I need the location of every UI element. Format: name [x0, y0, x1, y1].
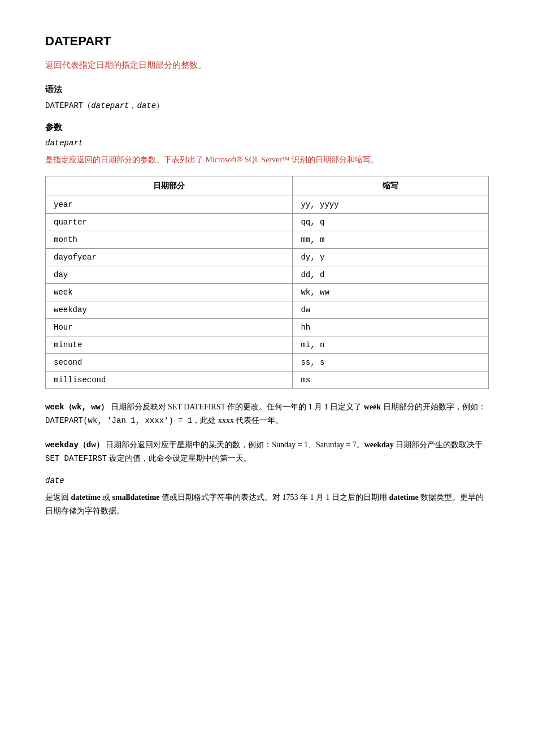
param2-name: date	[45, 476, 489, 485]
table-cell-abbr: wk, ww	[293, 283, 489, 301]
table-cell-abbr: qq, q	[293, 213, 489, 231]
table-row: yearyy, yyyy	[46, 196, 489, 213]
syntax-heading: 语法	[45, 84, 489, 95]
note2-text2: 日期部分产生的数取决于	[394, 440, 483, 449]
datetime-keyword2: datetime	[389, 493, 419, 502]
table-row: monthmm, m	[46, 231, 489, 248]
note1-text2: 日期部分的开始数字，例如：	[381, 403, 486, 411]
note2-keyword2: weekday	[364, 440, 394, 449]
note1-text3: ，此处 xxxx 代表任一年。	[192, 416, 283, 425]
table-cell-part: year	[46, 196, 293, 213]
params-heading: 参数	[45, 122, 489, 133]
note-weekday: weekday（dw） 日期部分返回对应于星期中的某天的数，例如：Sunday …	[45, 438, 489, 466]
param2-description: 是返回 datetime 或 smalldatetime 值或日期格式字符串的表…	[45, 491, 489, 519]
note-week: week（wk, ww） 日期部分反映对 SET DATEFIRST 作的更改。…	[45, 400, 489, 428]
table-cell-part: week	[46, 283, 293, 301]
page-title: DATEPART	[45, 34, 489, 49]
note1-code: DATEPART(wk, 'Jan 1, xxxx') = 1	[45, 416, 192, 425]
table-col1-header: 日期部分	[46, 176, 293, 196]
table-cell-abbr: mi, n	[293, 336, 489, 353]
table-cell-abbr: dy, y	[293, 248, 489, 266]
table-cell-part: minute	[46, 336, 293, 353]
table-col2-header: 缩写	[293, 176, 489, 196]
table-cell-part: month	[46, 231, 293, 248]
syntax-text: DATEPART（	[45, 101, 91, 110]
param1-name: datepart	[45, 139, 489, 148]
datetime-keyword: datetime	[71, 493, 101, 502]
note1-keyword2: week	[364, 403, 381, 411]
table-cell-abbr: dw	[293, 301, 489, 318]
table-cell-part: dayofyear	[46, 248, 293, 266]
syntax-comma: ，	[129, 101, 137, 110]
table-cell-abbr: hh	[293, 318, 489, 336]
syntax-line: DATEPART（datepart，date）	[45, 101, 489, 111]
note1-keyword: week（wk, ww）	[45, 403, 108, 412]
table-row: Hourhh	[46, 318, 489, 336]
syntax-param2: date	[137, 101, 156, 110]
note2-code: SET DATEFIRST	[45, 454, 107, 463]
note2-text1: 日期部分返回对应于星期中的某天的数，例如：Sunday = 1、Saturday…	[104, 440, 364, 449]
table-cell-part: second	[46, 353, 293, 371]
table-cell-part: quarter	[46, 213, 293, 231]
table-row: minutemi, n	[46, 336, 489, 353]
table-row: millisecondms	[46, 371, 489, 388]
table-row: daydd, d	[46, 266, 489, 283]
table-cell-abbr: ss, s	[293, 353, 489, 371]
smalldatetime-keyword: smalldatetime	[112, 493, 160, 502]
table-cell-abbr: mm, m	[293, 231, 489, 248]
table-row: weekwk, ww	[46, 283, 489, 301]
note2-keyword: weekday（dw）	[45, 440, 104, 450]
table-cell-abbr: ms	[293, 371, 489, 388]
table-cell-part: Hour	[46, 318, 293, 336]
table-cell-abbr: dd, d	[293, 266, 489, 283]
table-row: secondss, s	[46, 353, 489, 371]
table-row: weekdaydw	[46, 301, 489, 318]
note1-text1: 日期部分反映对 SET DATEFIRST 作的更改。任何一年的 1 月 1 日…	[108, 403, 364, 411]
datepart-table: 日期部分 缩写 yearyy, yyyyquarterqq, qmonthmm,…	[45, 176, 489, 389]
table-cell-abbr: yy, yyyy	[293, 196, 489, 213]
syntax-param1: datepart	[91, 101, 129, 110]
param1-description: 是指定应返回的日期部分的参数。下表列出了 Microsoft® SQL Serv…	[45, 153, 489, 167]
table-row: dayofyeardy, y	[46, 248, 489, 266]
table-cell-part: millisecond	[46, 371, 293, 388]
note2-text3: 设定的值，此命令设定星期中的第一天。	[107, 454, 251, 463]
table-row: quarterqq, q	[46, 213, 489, 231]
table-cell-part: day	[46, 266, 293, 283]
syntax-close: ）	[156, 101, 164, 110]
page-description: 返回代表指定日期的指定日期部分的整数。	[45, 60, 489, 71]
table-cell-part: weekday	[46, 301, 293, 318]
